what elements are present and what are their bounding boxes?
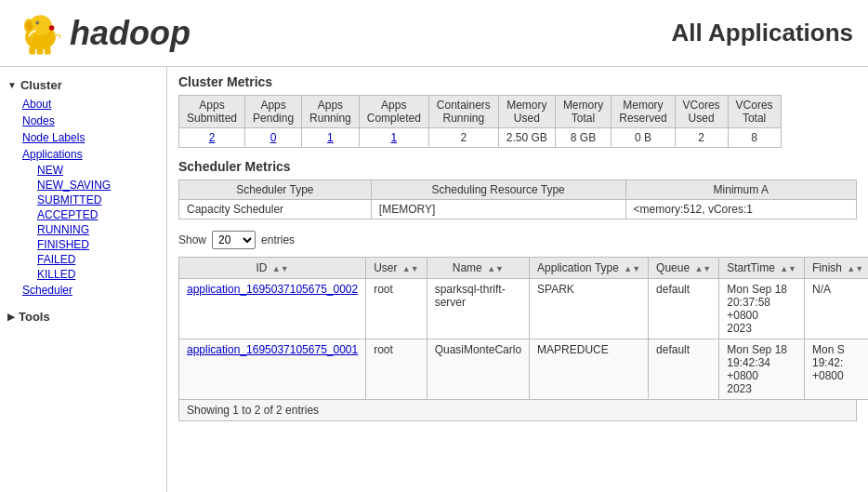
logo-area: hadoop	[15, 7, 191, 59]
app-finish-cell: N/A	[805, 279, 869, 339]
sched-col-type: Scheduler Type	[179, 180, 372, 200]
cluster-metrics-table: AppsSubmitted AppsPending AppsRunning Ap…	[178, 95, 782, 148]
app-type-cell: SPARK	[530, 279, 649, 339]
main-layout: ▼ Cluster About Nodes Node Labels Applic…	[0, 67, 868, 492]
app-name-cell: sparksql-thrift-server	[427, 279, 529, 339]
sidebar-scheduler[interactable]: Scheduler	[0, 282, 166, 299]
tools-arrow: ▶	[7, 312, 15, 322]
id-sort-icon[interactable]: ▲▼	[272, 264, 289, 273]
svg-point-6	[36, 22, 38, 24]
col-vcores-total: VCoresTotal	[728, 96, 781, 128]
app-id-link-2[interactable]: application_1695037105675_0001	[187, 343, 358, 356]
sched-col-resource: Scheduling Resource Type	[371, 180, 625, 200]
sidebar-applications[interactable]: Applications	[0, 146, 166, 163]
applications-table: ID ▲▼ User ▲▼ Name ▲▼ Application Type ▲…	[178, 257, 868, 400]
val-memory-used: 2.50 GB	[498, 128, 555, 148]
col-apps-running: AppsRunning	[302, 96, 360, 128]
app-user-cell: root	[366, 279, 427, 339]
svg-rect-7	[29, 47, 35, 55]
scheduler-metrics-title: Scheduler Metrics	[178, 159, 857, 174]
app-id-link[interactable]: application_1695037105675_0002	[187, 283, 358, 296]
sched-val-resource: [MEMORY]	[371, 200, 625, 219]
app-type-cell: MAPREDUCE	[530, 339, 649, 400]
val-memory-reserved: 0 B	[612, 128, 675, 148]
tools-label: Tools	[19, 310, 50, 324]
val-memory-total: 8 GB	[555, 128, 611, 148]
app-name-cell: QuasiMonteCarlo	[427, 339, 529, 400]
content-area: Cluster Metrics AppsSubmitted AppsPendin…	[167, 67, 868, 492]
svg-rect-8	[37, 47, 44, 55]
sidebar-nodes[interactable]: Nodes	[0, 113, 166, 129]
app-finish-cell: Mon S19:42:+0800	[805, 339, 869, 400]
name-sort-icon[interactable]: ▲▼	[487, 264, 504, 273]
start-sort-icon[interactable]: ▲▼	[780, 264, 796, 273]
table-row: application_1695037105675_0001 root Quas…	[179, 339, 869, 400]
queue-sort-icon[interactable]: ▲▼	[694, 264, 711, 273]
cluster-label: Cluster	[20, 78, 62, 92]
sidebar-about[interactable]: About	[0, 96, 166, 113]
app-id-cell: application_1695037105675_0001	[179, 339, 366, 400]
sidebar-submitted[interactable]: SUBMITTED	[0, 193, 166, 207]
sched-col-min: Minimum A	[625, 180, 856, 200]
app-col-finish: Finish ▲▼	[805, 258, 869, 279]
sidebar-finished[interactable]: FINISHED	[0, 237, 166, 252]
val-containers-running: 2	[428, 128, 498, 148]
col-memory-used: MemoryUsed	[498, 96, 555, 128]
col-apps-submitted: AppsSubmitted	[179, 96, 245, 128]
tools-section[interactable]: ▶ Tools	[0, 306, 166, 327]
sidebar-node-labels[interactable]: Node Labels	[0, 129, 166, 146]
show-label: Show	[178, 233, 206, 246]
val-apps-submitted: 2	[179, 128, 245, 148]
sidebar-new[interactable]: NEW	[0, 163, 166, 178]
svg-rect-9	[45, 47, 51, 55]
hadoop-logo	[15, 7, 66, 59]
app-col-type: Application Type ▲▼	[530, 258, 649, 279]
cluster-arrow: ▼	[7, 80, 17, 90]
cluster-metrics-title: Cluster Metrics	[178, 74, 857, 89]
val-apps-pending: 0	[245, 128, 302, 148]
app-col-user: User ▲▼	[366, 258, 427, 279]
sidebar-failed[interactable]: FAILED	[0, 252, 166, 267]
col-containers-running: ContainersRunning	[428, 96, 498, 128]
col-apps-pending: AppsPending	[245, 96, 302, 128]
svg-point-10	[49, 25, 55, 31]
scheduler-metrics-table: Scheduler Type Scheduling Resource Type …	[178, 180, 857, 219]
sidebar-accepted[interactable]: ACCEPTED	[0, 207, 166, 222]
col-memory-total: MemoryTotal	[555, 96, 611, 128]
app-col-queue: Queue ▲▼	[649, 258, 719, 279]
cluster-section[interactable]: ▼ Cluster	[0, 74, 166, 96]
col-apps-completed: AppsCompleted	[359, 96, 428, 128]
sidebar-running[interactable]: RUNNING	[0, 222, 166, 237]
col-memory-reserved: MemoryReserved	[612, 96, 675, 128]
val-apps-running: 1	[302, 128, 360, 148]
user-sort-icon[interactable]: ▲▼	[402, 264, 419, 273]
app-queue-cell: default	[649, 279, 719, 339]
svg-point-4	[26, 20, 33, 31]
hadoop-logo-text: hadoop	[70, 14, 191, 53]
entries-select[interactable]: 20 10 25 50 100	[212, 231, 256, 249]
table-row: application_1695037105675_0002 root spar…	[179, 279, 869, 339]
sched-val-type: Capacity Scheduler	[179, 200, 372, 219]
header: hadoop All Applications	[0, 0, 868, 67]
app-col-name: Name ▲▼	[427, 258, 529, 279]
app-start-cell: Mon Sep 1820:37:58+08002023	[719, 279, 805, 339]
type-sort-icon[interactable]: ▲▼	[624, 264, 640, 273]
val-apps-completed: 1	[359, 128, 428, 148]
page-title: All Applications	[672, 19, 854, 47]
finish-sort-icon[interactable]: ▲▼	[847, 264, 863, 273]
sidebar-new-saving[interactable]: NEW_SAVING	[0, 178, 166, 193]
sidebar: ▼ Cluster About Nodes Node Labels Applic…	[0, 67, 167, 492]
sidebar-killed[interactable]: KILLED	[0, 267, 166, 282]
show-entries-bar: Show 20 10 25 50 100 entries	[178, 231, 857, 249]
entries-label: entries	[261, 233, 295, 246]
sched-val-min: <memory:512, vCores:1	[625, 200, 856, 219]
val-vcores-used: 2	[675, 128, 728, 148]
app-col-id: ID ▲▼	[179, 258, 366, 279]
app-queue-cell: default	[649, 339, 719, 400]
app-user-cell: root	[366, 339, 427, 400]
col-vcores-used: VCoresUsed	[675, 96, 728, 128]
app-id-cell: application_1695037105675_0002	[179, 279, 366, 339]
app-col-starttime: StartTime ▲▼	[719, 258, 805, 279]
val-vcores-total: 8	[728, 128, 781, 148]
table-footer: Showing 1 to 2 of 2 entries	[178, 400, 857, 421]
